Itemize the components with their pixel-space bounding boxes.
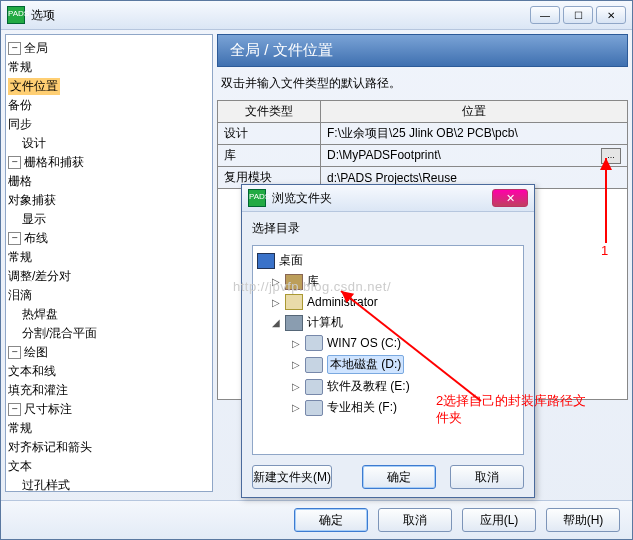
drive-icon [305,379,323,395]
help-button[interactable]: 帮助(H) [546,508,620,532]
tree-global[interactable]: 全局 [24,40,48,57]
cell-path[interactable]: D:\MyPADSFootprint\ ... [321,145,628,167]
tree-textline[interactable]: 文本和线 [8,363,56,380]
tree-display[interactable]: 显示 [22,211,46,228]
dialog-buttons: 确定 取消 应用(L) 帮助(H) [1,500,632,539]
panel-hint: 双击并输入文件类型的默认路径。 [217,67,628,100]
app-icon: PADS [248,189,266,207]
tree-grid-capture[interactable]: 栅格和捕获 [24,154,84,171]
tree-hatch[interactable]: 填充和灌注 [8,382,68,399]
titlebar: PADS 选项 — ☐ ✕ [1,1,632,30]
annotation-1: 1 [601,243,608,260]
item-desktop[interactable]: 桌面 [279,252,303,269]
computer-icon [285,315,303,331]
tree-split[interactable]: 分割/混合平面 [22,325,97,342]
tree-file-location[interactable]: 文件位置 [8,78,60,95]
dialog-subtitle: 选择目录 [252,220,524,237]
tree-text[interactable]: 文本 [8,458,32,475]
nav-tree[interactable]: −全局 常规 文件位置 备份 同步 设计 −栅格和捕获 栅格 对象捕获 显示 −… [5,34,213,492]
new-folder-button[interactable]: 新建文件夹(M) [252,465,332,489]
collapse-icon[interactable]: − [8,346,21,359]
collapse-icon[interactable]: − [8,42,21,55]
col-type: 文件类型 [218,101,321,123]
dialog-cancel-button[interactable]: 取消 [450,465,524,489]
close-button[interactable]: ✕ [596,6,626,24]
item-drive-f[interactable]: 专业相关 (F:) [327,399,397,416]
item-computer[interactable]: 计算机 [307,314,343,331]
panel-title: 全局 / 文件位置 [217,34,628,67]
tree-general2[interactable]: 常规 [8,249,32,266]
item-admin[interactable]: Administrator [307,295,378,309]
cancel-button[interactable]: 取消 [378,508,452,532]
table-row[interactable]: 设计 F:\业余项目\25 Jlink OB\2 PCB\pcb\ [218,123,628,145]
minimize-button[interactable]: — [530,6,560,24]
expand-icon[interactable]: ▷ [291,359,301,370]
cell-path[interactable]: F:\业余项目\25 Jlink OB\2 PCB\pcb\ [321,123,628,145]
tree-draft[interactable]: 绘图 [24,344,48,361]
collapse-icon[interactable]: ◢ [271,317,281,328]
app-icon: PADS [7,6,25,24]
tree-route[interactable]: 布线 [24,230,48,247]
user-icon [285,294,303,310]
tree-design[interactable]: 设计 [22,135,46,152]
tree-via[interactable]: 过孔样式 [22,477,70,492]
window-title: 选项 [31,7,524,24]
col-location: 位置 [321,101,628,123]
apply-button[interactable]: 应用(L) [462,508,536,532]
item-drive-c[interactable]: WIN7 OS (C:) [327,336,401,350]
expand-icon[interactable]: ▷ [291,381,301,392]
desktop-icon [257,253,275,269]
drive-icon [305,357,323,373]
library-icon [285,274,303,290]
drive-icon [305,400,323,416]
cell-type: 库 [218,145,321,167]
expand-icon[interactable]: ▷ [271,276,281,287]
browse-folder-dialog: PADS 浏览文件夹 ✕ 选择目录 桌面 ▷库 ▷Administrator ◢… [241,184,535,498]
expand-icon[interactable]: ▷ [291,338,301,349]
collapse-icon[interactable]: − [8,156,21,169]
options-window: PADS 选项 — ☐ ✕ −全局 常规 文件位置 备份 同步 设计 −栅格和捕… [0,0,633,540]
maximize-button[interactable]: ☐ [563,6,593,24]
item-drive-d-selected[interactable]: 本地磁盘 (D:) [327,355,404,374]
collapse-icon[interactable]: − [8,232,21,245]
close-icon[interactable]: ✕ [492,189,528,207]
tree-general[interactable]: 常规 [8,59,32,76]
dialog-title: 浏览文件夹 [272,190,486,207]
table-row[interactable]: 库 D:\MyPADSFootprint\ ... [218,145,628,167]
tree-align[interactable]: 对齐标记和箭头 [8,439,92,456]
tree-sync[interactable]: 同步 [8,116,32,133]
tree-objsnap[interactable]: 对象捕获 [8,192,56,209]
dialog-ok-button[interactable]: 确定 [362,465,436,489]
ok-button[interactable]: 确定 [294,508,368,532]
paths-table: 文件类型 位置 设计 F:\业余项目\25 Jlink OB\2 PCB\pcb… [217,100,628,189]
tree-grid[interactable]: 栅格 [8,173,32,190]
item-library[interactable]: 库 [307,273,319,290]
tree-backup[interactable]: 备份 [8,97,32,114]
expand-icon[interactable]: ▷ [271,297,281,308]
tree-teardrop[interactable]: 泪滴 [8,287,32,304]
annotation-2: 2选择自己的封装库路径文 件夹 [436,393,606,427]
drive-icon [305,335,323,351]
collapse-icon[interactable]: − [8,403,21,416]
tree-thermal[interactable]: 热焊盘 [22,306,58,323]
tree-tune[interactable]: 调整/差分对 [8,268,71,285]
tree-dim[interactable]: 尺寸标注 [24,401,72,418]
item-drive-e[interactable]: 软件及教程 (E:) [327,378,410,395]
tree-general3[interactable]: 常规 [8,420,32,437]
cell-type: 设计 [218,123,321,145]
browse-button[interactable]: ... [601,148,621,164]
window-controls: — ☐ ✕ [530,6,626,24]
expand-icon[interactable]: ▷ [291,402,301,413]
